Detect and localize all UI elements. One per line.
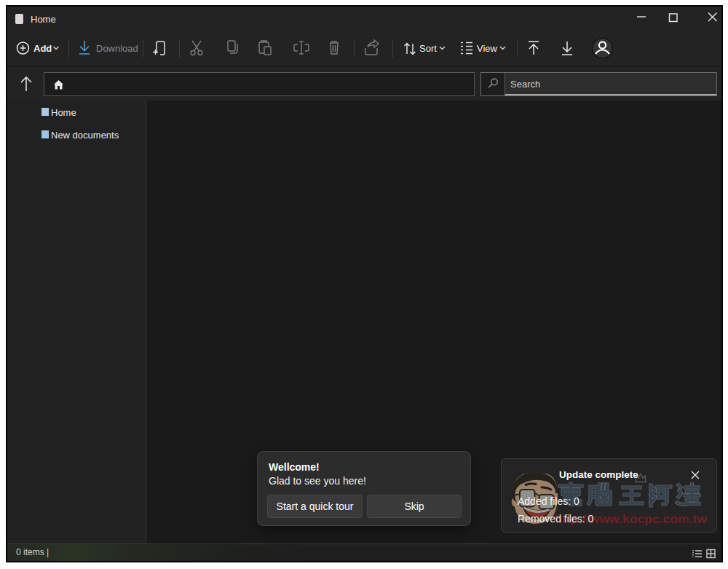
svg-text:Add: Add xyxy=(33,43,52,54)
svg-text:View: View xyxy=(477,43,498,54)
svg-text:Sort: Sort xyxy=(419,43,437,54)
svg-text:Download: Download xyxy=(96,43,138,54)
